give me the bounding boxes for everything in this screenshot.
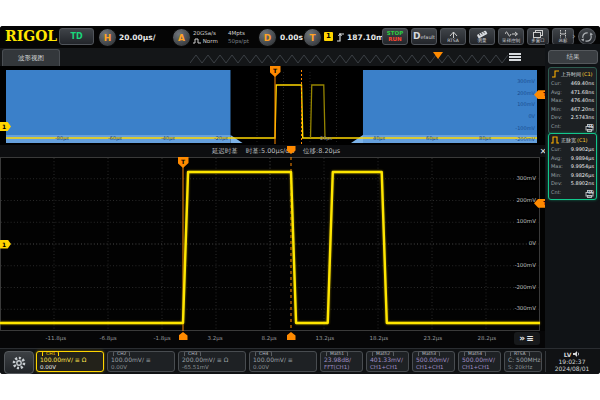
- rise-time-icon: [551, 69, 560, 78]
- square-wave-icon: [193, 38, 201, 44]
- main-waveform-view[interactable]: -80μs-60μs-40μs-20μs20μs40μs60μs80μs300m…: [0, 66, 545, 146]
- measurement-row: Avg:9.9894μs: [551, 154, 594, 163]
- bottom-bar: LV 19:02:37 2024/08/01 CH1100.00mV/ ≡ Ω0…: [0, 348, 600, 374]
- zoom-waveform-view[interactable]: 300mV200mV100mV0V-100mV-200mV-300mVTT1: [0, 157, 552, 331]
- zoom-x-axis-label: -6.8μs: [100, 335, 117, 341]
- cursor-label: 光标: [559, 39, 568, 44]
- zoom-x-axis-label: -1.8μs: [154, 335, 171, 341]
- card-scale: C: 500MHz: [508, 357, 538, 363]
- measurement-stat-value: 2.5743ns: [571, 113, 594, 122]
- main-x-axis-label: 20μs: [320, 135, 332, 141]
- zigzag-strip: [190, 53, 508, 65]
- multi-window-label: 多窗口: [531, 39, 545, 44]
- measurement-card[interactable]: 正脉宽(C1)Cur:9.9902μsAvg:9.9894μsMax:9.995…: [548, 133, 597, 200]
- measurement-stat-value: 9.9894μs: [571, 154, 594, 163]
- oscilloscope-screen: RIGOL TD H 20.00μs/ A 20GSa/s Norm 4Mpts…: [0, 26, 600, 374]
- card-offset: S: 20kHz: [508, 365, 538, 371]
- default-button[interactable]: Default: [411, 28, 437, 45]
- card-offset: FFT(CH1): [324, 365, 359, 371]
- acquire-knob[interactable]: A: [172, 28, 191, 47]
- menu-hamburger-icon[interactable]: [509, 53, 521, 61]
- results-panel: 结果 上升时间(C1)Cur:469.40nsAvg:471.68nsMax:4…: [545, 44, 600, 348]
- multi-window-button[interactable]: 多窗口: [527, 28, 549, 45]
- channel-card-ch2[interactable]: CH2100.00mV/ ≡0.00V: [107, 351, 175, 372]
- screenshot-frame: RIGOL TD H 20.00μs/ A 20GSa/s Norm 4Mpts…: [0, 0, 600, 400]
- speaker-icon: [573, 351, 580, 357]
- acquire-knob-label: A: [178, 33, 185, 43]
- main-y-axis-label: -100mV: [505, 125, 535, 131]
- zoom-y-axis-label: 0V: [504, 240, 536, 246]
- measurement-stat-label: Min:: [551, 171, 562, 180]
- waveform-arrow-icon: [505, 30, 518, 38]
- measurement-channel: (C1): [577, 137, 588, 143]
- horizontal-scale[interactable]: 20.00μs/: [119, 33, 155, 42]
- trigger-knob[interactable]: T: [303, 28, 322, 47]
- main-x-axis-label: 40μs: [373, 135, 385, 141]
- math-card-math1[interactable]: Math123.98dB/FFT(CH1): [320, 351, 363, 372]
- main-y-axis-label: 0V: [505, 113, 535, 119]
- measurement-stat-value: 471.68ns: [571, 88, 594, 97]
- printer-icon[interactable]: [585, 124, 594, 132]
- waveform-menu-expand-icon[interactable]: »≡: [514, 332, 540, 345]
- memory-depth: 4Mpts: [228, 30, 245, 36]
- sample-rate-block[interactable]: 20GSa/s Norm: [193, 29, 218, 45]
- status-date: 2024/08/01: [555, 365, 590, 372]
- card-tab-label: CH2: [113, 351, 130, 356]
- toolbar-nav-right[interactable]: ›: [572, 31, 576, 41]
- main-y-axis-label: 200mV: [505, 90, 535, 96]
- sample-control-button[interactable]: 采样控制: [498, 28, 524, 45]
- memory-depth-block[interactable]: 4Mpts 50ps/pt: [228, 29, 249, 45]
- card-offset: -65.51mV: [182, 365, 242, 371]
- measurement-card-header: 正脉宽(C1): [551, 135, 594, 144]
- antenna-icon: [448, 30, 459, 38]
- results-header[interactable]: 结果: [548, 50, 598, 64]
- measurement-row: Min:467.20ns: [551, 105, 594, 114]
- tab-waveform-view[interactable]: 波形视图: [2, 49, 60, 67]
- printer-icon[interactable]: [585, 190, 594, 198]
- horizontal-knob[interactable]: H: [98, 28, 117, 47]
- card-tab-label: CH4: [255, 351, 272, 356]
- toolbar-nav-left[interactable]: ‹: [373, 31, 377, 41]
- settings-button[interactable]: [4, 351, 34, 374]
- zoom-axis-strip: -11.8μs-6.8μs-1.8μs3.2μs8.2μs13.2μs18.2μ…: [0, 331, 545, 348]
- channel-card-ch4[interactable]: CH4100.00mV/ ≡0.00V: [249, 351, 317, 372]
- channel-card-ch3[interactable]: CH3200.00mV/ ≡ Ω-65.51mV: [178, 351, 246, 372]
- main-x-axis-label: 80μs: [479, 135, 491, 141]
- trigger-source-badge[interactable]: 1: [324, 32, 333, 41]
- measurement-row: Cur:9.9902μs: [551, 145, 594, 154]
- rtsa-card[interactable]: RTSAC: 500MHzS: 20kHz: [504, 351, 542, 372]
- zoom-x-axis-label: 13.2μs: [316, 335, 335, 341]
- card-scale: 100.00mV/ ≡: [111, 357, 171, 363]
- measurement-card[interactable]: 上升时间(C1)Cur:469.40nsAvg:471.68nsMax:476.…: [548, 67, 597, 134]
- card-offset: CH1+CH1: [462, 365, 497, 371]
- status-badge: LV: [564, 351, 572, 358]
- measure-button[interactable]: 测量: [469, 28, 495, 45]
- cursor-button[interactable]: 光标: [552, 28, 574, 45]
- delay-knob[interactable]: D: [258, 28, 277, 47]
- math-card-math4[interactable]: Math4500.00mV/CH1+CH1: [458, 351, 501, 372]
- rtsa-button[interactable]: RTSA: [440, 28, 466, 45]
- toolbar: RIGOL TD H 20.00μs/ A 20GSa/s Norm 4Mpts…: [0, 26, 600, 48]
- measurement-title: 上升时间: [561, 71, 581, 77]
- rtsa-label: RTSA: [447, 39, 459, 44]
- channel-card-ch1[interactable]: CH1100.00mV/ ≡ Ω0.00V: [36, 351, 104, 372]
- math-card-math2[interactable]: Math2401.33mV/CH1+CH1: [366, 351, 409, 372]
- main-x-axis-label: 60μs: [426, 135, 438, 141]
- horizontal-offset[interactable]: 0.00s: [280, 33, 303, 42]
- math-card-math3[interactable]: Math3500.00mV/CH1+CH1: [412, 351, 455, 372]
- stop-run-button[interactable]: STOP RUN: [382, 28, 408, 45]
- measurement-channel: (C1): [582, 71, 593, 77]
- tab-bar: 波形视图: [0, 48, 600, 66]
- rigol-logo: RIGOL: [5, 28, 57, 44]
- card-offset: 0.00V: [253, 365, 313, 371]
- trigger-status-badge: TD: [59, 28, 94, 45]
- measurement-stat-value: 469.40ns: [571, 79, 594, 88]
- main-x-axis-label: -20μs: [214, 135, 228, 141]
- trigger-knob-label: T: [309, 33, 315, 43]
- gear-icon: [11, 355, 27, 371]
- measurement-title: 正脉宽: [561, 137, 576, 143]
- measurement-stat-label: Cur:: [551, 145, 561, 154]
- sync-button[interactable]: [578, 28, 596, 45]
- cursor-lines-icon: [558, 30, 568, 38]
- card-tab-label: CH3: [184, 351, 201, 356]
